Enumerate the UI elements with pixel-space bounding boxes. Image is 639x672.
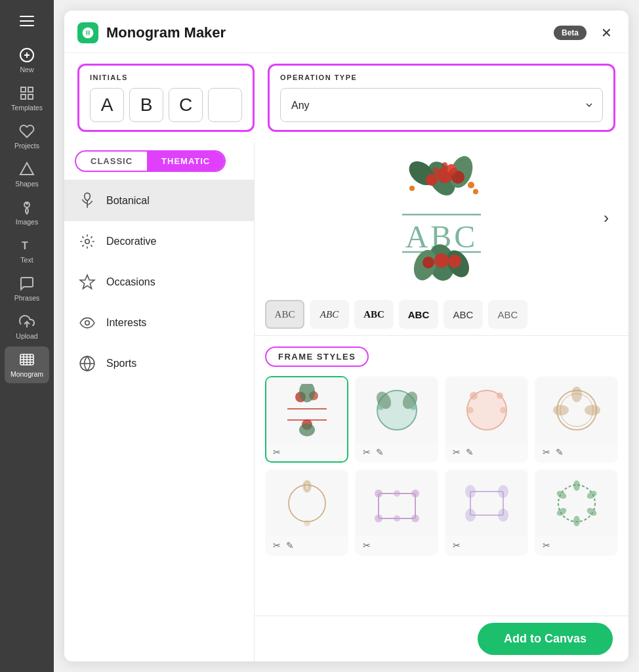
svg-rect-5 <box>21 94 26 99</box>
sidebar-item-phrases[interactable]: Phrases <box>5 270 49 307</box>
svg-point-89 <box>573 516 580 526</box>
svg-point-43 <box>473 189 478 194</box>
sidebar-item-new[interactable]: New <box>5 42 49 79</box>
frame-thumb-7 <box>446 471 527 536</box>
bottom-bar: Add to Canvas <box>255 616 629 662</box>
sidebar-item-text[interactable]: T Text <box>5 232 49 269</box>
svg-point-67 <box>585 405 600 415</box>
sidebar-item-upload-label: Upload <box>16 332 37 340</box>
initial-input-3[interactable] <box>169 88 203 122</box>
font-style-5[interactable]: ABC <box>443 300 483 329</box>
panel-body: CLASSIC THEMATIC <box>64 142 629 662</box>
edit-icon-4[interactable]: ✎ <box>556 447 564 457</box>
category-list: Botanical Decorative <box>64 180 254 662</box>
preview-area: ABC <box>255 142 629 293</box>
tab-thematic[interactable]: THEMATIC <box>147 152 224 171</box>
frame-actions-2: ✂ ✎ <box>356 443 437 461</box>
edit-icon-5[interactable]: ✎ <box>286 540 294 551</box>
svg-point-78 <box>394 490 400 497</box>
scissors-icon-8[interactable]: ✂ <box>543 540 550 551</box>
font-style-3[interactable]: ABC <box>354 300 394 329</box>
svg-rect-6 <box>28 94 33 99</box>
sidebar-item-shapes-label: Shapes <box>15 180 39 188</box>
svg-point-62 <box>467 407 474 413</box>
preview-next-button[interactable]: › <box>594 206 618 230</box>
svg-point-51 <box>299 423 315 436</box>
frame-item-7[interactable]: ✂ <box>445 469 528 556</box>
scissors-icon-5[interactable]: ✂ <box>273 540 281 551</box>
frame-thumb-6 <box>356 471 437 536</box>
scissors-icon-6[interactable]: ✂ <box>363 540 371 551</box>
category-item-interests[interactable]: Interests <box>64 303 254 343</box>
frame-section: FRAME STYLES <box>255 336 629 616</box>
category-item-occasions[interactable]: Occasions <box>64 262 254 303</box>
category-item-botanical[interactable]: Botanical <box>64 180 254 221</box>
frame-item-8[interactable]: ✂ <box>535 469 618 556</box>
edit-icon-2[interactable]: ✎ <box>376 447 384 457</box>
frame-thumb-1 <box>266 377 347 443</box>
svg-point-90 <box>555 507 567 518</box>
sidebar-item-new-label: New <box>20 66 33 74</box>
close-button[interactable]: ✕ <box>597 24 615 42</box>
svg-point-81 <box>465 485 476 498</box>
initial-input-2[interactable] <box>129 88 163 122</box>
add-to-canvas-button[interactable]: Add to Canvas <box>478 623 613 655</box>
scissors-icon-2[interactable]: ✂ <box>363 447 371 457</box>
frame-item-6[interactable]: ✂ <box>355 469 438 556</box>
svg-point-57 <box>410 404 417 410</box>
sidebar-item-phrases-label: Phrases <box>14 294 40 302</box>
frame-item-2[interactable]: ✂ ✎ <box>355 376 438 463</box>
initial-input-1[interactable] <box>90 88 124 122</box>
scissors-icon-4[interactable]: ✂ <box>543 447 550 457</box>
font-style-6[interactable]: ABC <box>488 300 527 329</box>
svg-point-42 <box>468 182 474 188</box>
font-style-4[interactable]: ABC <box>399 300 438 329</box>
frame-item-5[interactable]: ✂ ✎ <box>265 469 348 556</box>
svg-point-68 <box>553 405 569 415</box>
scissors-icon-1[interactable]: ✂ <box>273 447 281 457</box>
frame-styles-header: FRAME STYLES <box>265 346 369 367</box>
edit-icon-3[interactable]: ✎ <box>466 447 474 457</box>
category-item-sports[interactable]: Sports <box>64 343 254 384</box>
scissors-icon-3[interactable]: ✂ <box>453 447 461 457</box>
svg-point-87 <box>585 490 598 501</box>
category-item-decorative[interactable]: Decorative <box>64 221 254 262</box>
frame-actions-8: ✂ <box>536 536 617 555</box>
operation-label: OPERATION TYPE <box>280 74 603 81</box>
svg-point-82 <box>498 485 508 498</box>
operation-select[interactable]: Any Cut Draw Score Engrave <box>280 88 603 122</box>
category-label-botanical: Botanical <box>106 195 150 207</box>
svg-point-74 <box>375 490 382 497</box>
hamburger-menu[interactable] <box>11 5 43 37</box>
svg-point-44 <box>409 186 415 191</box>
svg-point-86 <box>573 480 580 491</box>
scissors-icon-7[interactable]: ✂ <box>453 540 461 551</box>
svg-point-66 <box>571 387 582 402</box>
font-style-1[interactable]: ABC <box>265 300 304 329</box>
svg-point-40 <box>423 257 434 268</box>
preview-image: ABC <box>376 152 507 284</box>
frame-item-1[interactable]: ✂ <box>265 376 348 463</box>
initial-input-4[interactable] <box>208 88 242 122</box>
sidebar-item-monogram[interactable]: Monogram <box>5 346 49 383</box>
sidebar-item-templates[interactable]: Templates <box>5 80 49 117</box>
font-style-2[interactable]: ABC <box>310 300 349 329</box>
sidebar-item-images[interactable]: Images <box>5 194 49 231</box>
frame-actions-6: ✂ <box>356 536 437 555</box>
panel-content: ABC <box>255 142 629 662</box>
app-sidebar: New Templates Projects Shapes Images T T… <box>0 0 54 672</box>
svg-point-9 <box>26 203 28 204</box>
frame-actions-4: ✂ ✎ <box>536 443 617 461</box>
monogram-panel: Monogram Maker Beta ✕ INITIALS OPERATION… <box>64 10 629 662</box>
sidebar-item-projects[interactable]: Projects <box>5 118 49 155</box>
svg-point-77 <box>411 514 419 522</box>
sidebar-item-upload[interactable]: Upload <box>5 308 49 345</box>
frame-item-4[interactable]: ✂ ✎ <box>535 376 618 463</box>
panel-sidebar: CLASSIC THEMATIC <box>64 142 255 662</box>
svg-rect-73 <box>379 494 415 518</box>
sidebar-item-shapes[interactable]: Shapes <box>5 156 49 193</box>
panel-header: Monogram Maker Beta ✕ <box>64 10 629 53</box>
frame-item-3[interactable]: ✂ ✎ <box>445 376 528 463</box>
tab-classic[interactable]: CLASSIC <box>76 152 147 171</box>
svg-marker-20 <box>80 275 94 289</box>
